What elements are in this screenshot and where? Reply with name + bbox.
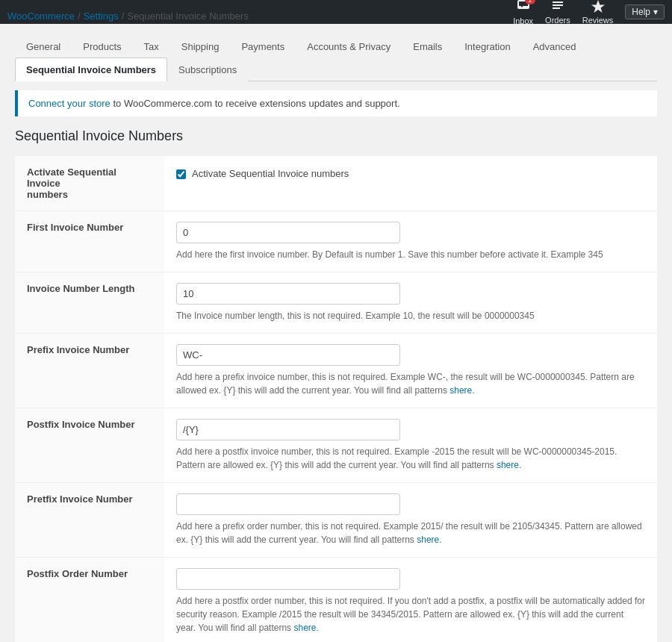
tab-payments[interactable]: Payments xyxy=(230,34,296,58)
field-postfix-invoice-number: Add here a postfix invoice number, this … xyxy=(164,408,657,483)
label-prefix-invoice-number: Prefix Invoice Number xyxy=(15,334,164,408)
row-pretfix-invoice-number: Pretfix Invoice Number Add here a prefix… xyxy=(15,483,657,558)
reviews-label: Reviews xyxy=(582,16,614,25)
settings-table: Activate Sequential Invoicenumbers Activ… xyxy=(15,156,657,642)
woocommerce-link[interactable]: WooCommerce xyxy=(7,10,75,22)
nav-tabs: General Products Tax Shipping Payments A… xyxy=(15,24,657,81)
breadcrumb-sep2: / xyxy=(122,10,125,22)
page-title: Sequential Invoice Numbers xyxy=(15,128,657,144)
label-pretfix-invoice-number: Pretfix Invoice Number xyxy=(15,483,164,558)
reviews-button[interactable]: Reviews xyxy=(582,0,614,25)
content-area: Connect your store to WooCommerce.com to… xyxy=(15,90,657,642)
activate-checkbox[interactable] xyxy=(176,169,186,179)
settings-link[interactable]: Settings xyxy=(84,10,119,22)
field-activate: Activate Sequential Invoice numbers xyxy=(164,156,657,211)
pretfix-invoice-number-desc: Add here a prefix order number, this is … xyxy=(176,520,645,546)
notice-text: to WooCommerce.com to receive extensions… xyxy=(111,98,400,109)
tab-tax[interactable]: Tax xyxy=(133,34,170,58)
label-postfix-order-number: Postfix Order Number xyxy=(15,558,164,643)
tab-accounts-privacy[interactable]: Accounts & Privacy xyxy=(296,34,402,58)
field-invoice-number-length: The Invoice number length, this is not r… xyxy=(164,272,657,334)
row-activate: Activate Sequential Invoicenumbers Activ… xyxy=(15,156,657,211)
field-postfix-order-number: Add here a postfix order number, this is… xyxy=(164,558,657,643)
field-prefix-invoice-number: Add here a prefix invoice number, this i… xyxy=(164,334,657,408)
inbox-icon-wrap: 1 xyxy=(516,0,531,15)
help-label: Help xyxy=(632,7,650,17)
invoice-number-length-desc: The Invoice number length, this is not r… xyxy=(176,309,645,322)
activate-checkbox-wrap: Activate Sequential Invoice numbers xyxy=(176,168,645,179)
row-first-invoice-number: First Invoice Number Add here the first … xyxy=(15,211,657,272)
field-first-invoice-number: Add here the first invoice number. By De… xyxy=(164,211,657,272)
label-activate: Activate Sequential Invoicenumbers xyxy=(15,156,164,211)
row-prefix-invoice-number: Prefix Invoice Number Add here a prefix … xyxy=(15,334,657,408)
breadcrumb: WooCommerce / Settings / Sequential Invo… xyxy=(7,3,249,22)
pretfix-shere-link[interactable]: shere xyxy=(417,535,439,545)
first-invoice-number-desc: Add here the first invoice number. By De… xyxy=(176,248,645,261)
postfix-shere-link[interactable]: shere xyxy=(497,460,519,470)
inbox-button[interactable]: 1 Inbox xyxy=(513,0,533,25)
orders-label: Orders xyxy=(545,16,570,25)
label-invoice-number-length: Invoice Number Length xyxy=(15,272,164,334)
orders-icon xyxy=(550,0,565,14)
row-postfix-order-number: Postfix Order Number Add here a postfix … xyxy=(15,558,657,643)
row-invoice-number-length: Invoice Number Length The Invoice number… xyxy=(15,272,657,334)
tab-shipping[interactable]: Shipping xyxy=(170,34,231,58)
tab-general[interactable]: General xyxy=(15,34,72,58)
help-chevron-icon: ▾ xyxy=(653,7,658,17)
postfix-invoice-number-desc: Add here a postfix invoice number, this … xyxy=(176,445,645,472)
tab-sequential-invoice-numbers[interactable]: Sequential Invoice Numbers xyxy=(15,57,167,81)
first-invoice-number-input[interactable] xyxy=(176,222,400,243)
postfix-order-shere-link[interactable]: shere xyxy=(293,623,316,633)
breadcrumb-sep1: / xyxy=(78,10,81,22)
breadcrumb-current: Sequential Invoice Numbers xyxy=(127,10,249,22)
tab-products[interactable]: Products xyxy=(72,34,132,58)
prefix-invoice-number-input[interactable] xyxy=(176,344,400,366)
main-wrap: General Products Tax Shipping Payments A… xyxy=(0,24,672,642)
tab-advanced[interactable]: Advanced xyxy=(522,34,588,58)
row-postfix-invoice-number: Postfix Invoice Number Add here a postfi… xyxy=(15,408,657,483)
label-first-invoice-number: First Invoice Number xyxy=(15,211,164,272)
field-pretfix-invoice-number: Add here a prefix order number, this is … xyxy=(164,483,657,558)
prefix-shere-link[interactable]: shere xyxy=(449,385,472,396)
postfix-order-number-input[interactable] xyxy=(176,568,400,590)
top-bar-right: 1 Inbox Orders Reviews Help ▾ xyxy=(513,0,665,25)
tab-subscriptions[interactable]: Subscriptions xyxy=(167,57,248,81)
reviews-icon xyxy=(591,0,606,14)
orders-button[interactable]: Orders xyxy=(545,0,570,25)
inbox-label: Inbox xyxy=(513,16,533,25)
label-postfix-invoice-number: Postfix Invoice Number xyxy=(15,408,164,483)
help-button[interactable]: Help ▾ xyxy=(625,4,665,19)
connect-store-link[interactable]: Connect your store xyxy=(28,98,111,109)
top-bar: WooCommerce / Settings / Sequential Invo… xyxy=(0,0,672,24)
invoice-number-length-input[interactable] xyxy=(176,283,400,305)
prefix-invoice-number-desc: Add here a prefix invoice number, this i… xyxy=(176,370,645,397)
tab-emails[interactable]: Emails xyxy=(402,34,453,58)
tab-integration[interactable]: Integration xyxy=(453,34,521,58)
pretfix-invoice-number-input[interactable] xyxy=(176,493,400,515)
postfix-invoice-number-input[interactable] xyxy=(176,419,400,440)
notice-bar: Connect your store to WooCommerce.com to… xyxy=(15,90,657,116)
activate-checkbox-label: Activate Sequential Invoice numbers xyxy=(192,168,349,179)
postfix-order-number-desc: Add here a postfix order number, this is… xyxy=(176,594,645,635)
